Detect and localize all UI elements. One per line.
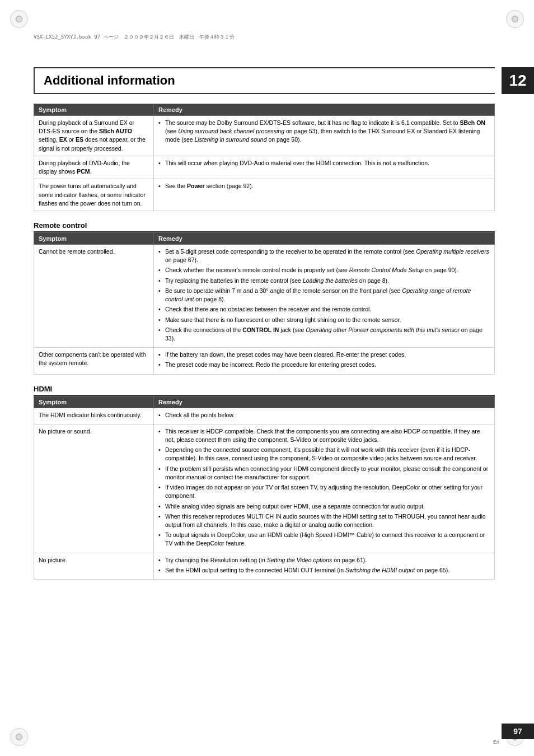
symptom-cell: No picture. — [34, 553, 154, 579]
page-container: VSX-LX52_SYXYJ.book 97 ページ ２００９年２月２６日 木曜… — [0, 0, 534, 756]
remedy-cell: This receiver is HDCP-compatible. Check … — [153, 424, 494, 553]
corner-decoration-tr — [506, 10, 524, 28]
hdmi-col2-header: Remedy — [153, 396, 494, 408]
remedy-cell: Check all the points below. — [153, 408, 494, 424]
remote-table: Symptom Remedy Cannot be remote controll… — [34, 232, 495, 375]
remedy-cell: Try changing the Resolution setting (in … — [153, 553, 494, 579]
remedy-cell: The source may be Dolby Surround EX/DTS-… — [153, 116, 494, 156]
symptom-cell: The HDMI indicator blinks continuously. — [34, 408, 154, 424]
table-row: Other components can't be operated with … — [34, 348, 495, 374]
table-row: No picture or sound. This receiver is HD… — [34, 424, 495, 553]
corner-decoration-bl — [10, 728, 28, 746]
symptom-cell: The power turns off automatically and so… — [34, 179, 154, 211]
symptom-cell: No picture or sound. — [34, 424, 154, 553]
table-row: The HDMI indicator blinks continuously. … — [34, 408, 495, 424]
header-title-box: Additional information — [34, 67, 495, 94]
filepath: VSX-LX52_SYXYJ.book 97 ページ ２００９年２月２６日 木曜… — [34, 34, 235, 41]
table-row: No picture. Try changing the Resolution … — [34, 553, 495, 579]
symptom-cell: During playback of a Surround EX or DTS-… — [34, 116, 154, 156]
hdmi-table: Symptom Remedy The HDMI indicator blinks… — [34, 396, 495, 580]
corner-decoration-tl — [10, 10, 28, 28]
symptom-cell: Other components can't be operated with … — [34, 348, 154, 374]
hdmi-heading: HDMI — [34, 385, 495, 396]
table-row: Cannot be remote controlled. Set a 5-dig… — [34, 244, 495, 347]
remedy-cell: This will occur when playing DVD-Audio m… — [153, 156, 494, 179]
page-title: Additional information — [44, 73, 175, 88]
table-row: During playback of DVD-Audio, the displa… — [34, 156, 495, 179]
remote-col2-header: Remedy — [153, 232, 494, 244]
chapter-badge: 12 — [502, 67, 534, 94]
symptom-cell: Cannot be remote controlled. — [34, 244, 154, 347]
table-row: The power turns off automatically and so… — [34, 179, 495, 211]
hdmi-col1-header: Symptom — [34, 396, 154, 408]
page-lang: En — [493, 739, 499, 745]
remedy-cell: See the Power section (page 92). — [153, 179, 494, 211]
remote-col1-header: Symptom — [34, 232, 154, 244]
table-row: During playback of a Surround EX or DTS-… — [34, 116, 495, 156]
general-col2-header: Remedy — [153, 104, 494, 116]
page-badge: 97 — [502, 724, 534, 739]
remote-control-heading: Remote control — [34, 221, 495, 232]
general-table: Symptom Remedy During playback of a Surr… — [34, 104, 495, 211]
main-content: Symptom Remedy During playback of a Surr… — [34, 104, 495, 580]
symptom-cell: During playback of DVD-Audio, the displa… — [34, 156, 154, 179]
remedy-cell: If the battery ran down, the preset code… — [153, 348, 494, 374]
general-col1-header: Symptom — [34, 104, 154, 116]
remedy-cell: Set a 5-digit preset code corresponding … — [153, 244, 494, 347]
